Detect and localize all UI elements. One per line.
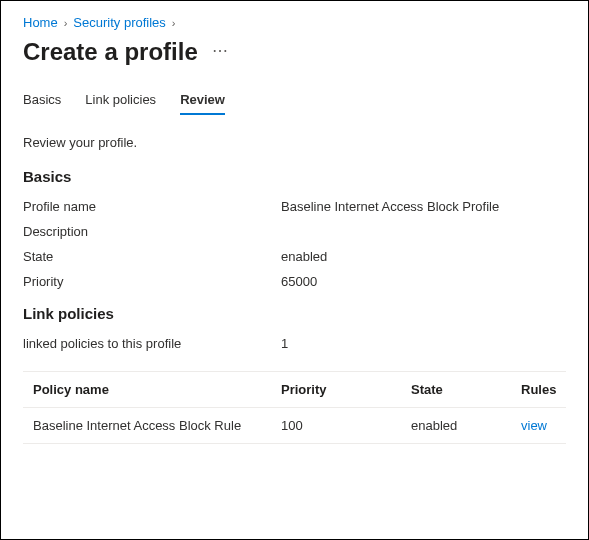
col-priority: Priority	[281, 382, 411, 397]
link-policies-heading: Link policies	[23, 305, 566, 322]
col-policy-name: Policy name	[33, 382, 281, 397]
title-row: Create a profile ⋯	[23, 38, 566, 66]
row-profile-name: Profile name Baseline Internet Access Bl…	[23, 199, 566, 214]
profile-name-value: Baseline Internet Access Block Profile	[281, 199, 566, 214]
cell-priority: 100	[281, 418, 411, 433]
breadcrumb: Home › Security profiles ›	[23, 15, 566, 30]
priority-label: Priority	[23, 274, 281, 289]
tabs: Basics Link policies Review	[23, 92, 566, 115]
breadcrumb-security-profiles[interactable]: Security profiles	[73, 15, 165, 30]
cell-rules-view-link[interactable]: view	[521, 418, 556, 433]
cell-state: enabled	[411, 418, 521, 433]
col-rules: Rules	[521, 382, 556, 397]
profile-name-label: Profile name	[23, 199, 281, 214]
row-linked-count: linked policies to this profile 1	[23, 336, 566, 351]
review-instruction: Review your profile.	[23, 135, 566, 150]
tab-link-policies[interactable]: Link policies	[85, 92, 156, 115]
tab-review[interactable]: Review	[180, 92, 225, 115]
cell-policy-name: Baseline Internet Access Block Rule	[33, 418, 281, 433]
policy-table: Policy name Priority State Rules Baselin…	[23, 371, 566, 444]
more-icon[interactable]: ⋯	[212, 41, 229, 64]
chevron-right-icon: ›	[64, 17, 68, 29]
state-value: enabled	[281, 249, 566, 264]
description-value	[281, 224, 566, 239]
col-state: State	[411, 382, 521, 397]
tab-basics[interactable]: Basics	[23, 92, 61, 115]
state-label: State	[23, 249, 281, 264]
link-policies-section: Link policies linked policies to this pr…	[23, 305, 566, 444]
row-description: Description	[23, 224, 566, 239]
linked-count-value: 1	[281, 336, 566, 351]
chevron-right-icon: ›	[172, 17, 176, 29]
table-header: Policy name Priority State Rules	[23, 371, 566, 408]
page-title: Create a profile	[23, 38, 198, 66]
row-state: State enabled	[23, 249, 566, 264]
breadcrumb-home[interactable]: Home	[23, 15, 58, 30]
basics-heading: Basics	[23, 168, 566, 185]
table-row: Baseline Internet Access Block Rule 100 …	[23, 408, 566, 444]
basics-section: Basics Profile name Baseline Internet Ac…	[23, 168, 566, 289]
linked-count-label: linked policies to this profile	[23, 336, 281, 351]
description-label: Description	[23, 224, 281, 239]
row-priority: Priority 65000	[23, 274, 566, 289]
priority-value: 65000	[281, 274, 566, 289]
